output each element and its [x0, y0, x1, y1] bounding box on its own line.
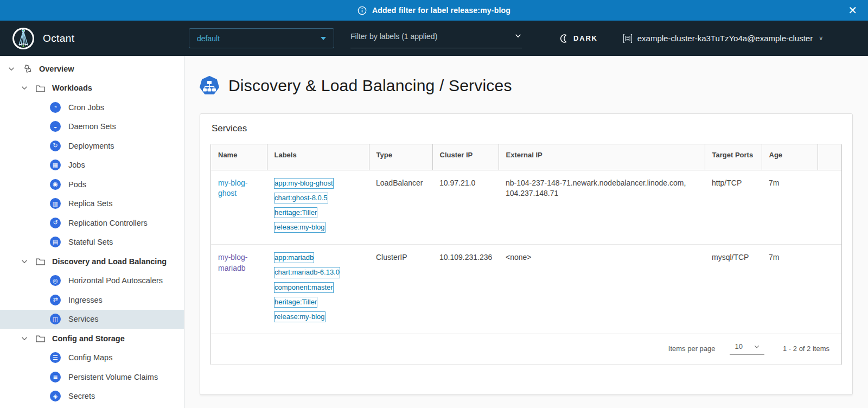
chevron-down-icon [754, 343, 760, 350]
table-row: my-blog-mariadbapp:mariadbchart:mariadb-… [211, 245, 841, 334]
overview-icon [22, 63, 33, 74]
items-per-page-label: Items per page [668, 345, 716, 353]
octant-app-window: Added filter for label release:my-blog ✕ [0, 0, 868, 408]
page-heading: Discovery & Load Balancing / Services [228, 76, 512, 95]
sidebar-item-daemon-sets[interactable]: ◒Daemon Sets [0, 117, 184, 137]
sidebar-item-horizontal-pod-autoscalers[interactable]: ◎Horizontal Pod Autoscalers [0, 271, 184, 291]
cell-age: 7m [762, 170, 818, 245]
cron-jobs-icon: ◔ [50, 102, 61, 113]
sidebar-item-replication-controllers[interactable]: ↺Replication Controllers [0, 213, 184, 233]
config-maps-icon: ☰ [50, 352, 61, 363]
persistent-volume-claims-icon: ≣ [50, 372, 61, 382]
chevron-down-icon[interactable] [8, 65, 15, 73]
sidebar-item-label: Discovery and Load Balancing [52, 257, 167, 266]
sidebar-item-label: Jobs [68, 161, 85, 169]
sidebar-item-workloads[interactable]: Workloads [0, 79, 184, 98]
label-chip[interactable]: release:my-blog [274, 222, 326, 233]
card-title: Services [212, 123, 842, 134]
services-table-body: my-blog-ghostapp:my-blog-ghostchart:ghos… [211, 170, 841, 334]
pods-icon: ◉ [50, 179, 61, 190]
service-link[interactable]: my-blog-ghost [218, 178, 247, 198]
caret-down-icon [321, 37, 326, 40]
services-datagrid: NameLabelsTypeCluster IPExternal IPTarge… [210, 144, 842, 365]
chevron-down-icon[interactable] [21, 335, 28, 342]
app-header: Octant default Filter by labels (1 appli… [0, 21, 868, 56]
chevron-down-icon: ∨ [819, 35, 823, 42]
namespace-dropdown[interactable]: default [189, 28, 334, 48]
label-chip[interactable]: heritage:Tiller [274, 207, 317, 218]
replica-sets-icon: ▥ [50, 198, 61, 209]
sidebar-item-label: Config Maps [68, 353, 112, 362]
sidebar-navigation: OverviewWorkloads◔Cron Jobs◒Daemon Sets↻… [0, 56, 184, 408]
cell-spacer [818, 245, 841, 334]
label-chip[interactable]: release:my-blog [274, 311, 326, 322]
label-chip[interactable]: chart:ghost-8.0.5 [274, 193, 328, 203]
folder-icon [35, 256, 46, 266]
sidebar-item-config-and-storage[interactable]: Config and Storage [0, 329, 184, 348]
label-chip[interactable]: chart:mariadb-6.13.0 [274, 267, 340, 278]
cell-target-ports: http/TCP [705, 170, 762, 245]
moon-icon [560, 34, 569, 43]
dark-label: DARK [573, 34, 598, 42]
items-per-page-value: 10 [735, 342, 743, 350]
sidebar-item-label: Daemon Sets [68, 122, 116, 131]
sidebar-item-config-maps[interactable]: ☰Config Maps [0, 348, 184, 368]
sidebar-item-label: Config and Storage [52, 334, 125, 343]
label-chip[interactable]: app:my-blog-ghost [274, 178, 334, 189]
stateful-sets-icon: ▤ [50, 237, 61, 247]
column-header-name: Name [211, 144, 267, 170]
sidebar-item-pods[interactable]: ◉Pods [0, 175, 184, 194]
label-filter-text: Filter by labels (1 applied) [350, 32, 437, 41]
cluster-dropdown[interactable]: example-cluster-ka3TuTzYo4a@example-clus… [623, 34, 823, 43]
items-per-page-select[interactable]: 10 [730, 342, 764, 355]
sidebar-item-discovery-and-load-balancing[interactable]: Discovery and Load Balancing [0, 252, 184, 271]
sidebar-item-label: Pods [68, 180, 86, 189]
sidebar-item-label: Stateful Sets [68, 238, 113, 246]
cell-type: ClusterIP [369, 245, 432, 334]
chevron-down-icon[interactable] [21, 84, 28, 92]
sidebar-item-label: Replica Sets [68, 199, 112, 208]
sidebar-item-label: Persistent Volume Claims [68, 373, 158, 381]
main-content: Discovery & Load Balancing / Services Se… [184, 56, 868, 408]
sidebar-item-jobs[interactable]: ▦Jobs [0, 156, 184, 175]
brand: Octant [0, 27, 189, 50]
sidebar-item-secrets[interactable]: ◈Secrets [0, 387, 184, 406]
label-chip[interactable]: heritage:Tiller [274, 297, 317, 308]
sidebar-item-label: Deployments [68, 142, 114, 150]
sidebar-item-deployments[interactable]: ↻Deployments [0, 136, 184, 156]
sidebar-item-services[interactable]: ◫Services [0, 310, 184, 329]
dark-theme-toggle[interactable]: DARK [557, 34, 601, 43]
sidebar-item-stateful-sets[interactable]: ▤Stateful Sets [0, 233, 184, 252]
sidebar-item-label: Ingresses [68, 296, 103, 304]
page-title: Discovery & Load Balancing / Services [200, 76, 853, 95]
label-chip[interactable]: component:master [274, 282, 334, 293]
table-footer: Items per page 10 1 - 2 of 2 items [211, 334, 841, 365]
service-link[interactable]: my-blog-mariadb [218, 253, 247, 272]
sidebar-item-overview[interactable]: Overview [0, 59, 184, 79]
cell-spacer [818, 170, 841, 245]
sidebar-item-label: Secrets [68, 392, 95, 400]
sidebar-item-ingresses[interactable]: ⇄Ingresses [0, 290, 184, 310]
column-header-age: Age [762, 144, 818, 170]
cluster-icon [623, 34, 633, 43]
secrets-icon: ◈ [50, 391, 61, 401]
services-card: Services NameLabelsTypeCluster IPExterna… [200, 113, 853, 395]
services-table: NameLabelsTypeCluster IPExternal IPTarge… [211, 144, 841, 334]
pagination-range-text: 1 - 2 of 2 items [783, 345, 829, 353]
deployments-icon: ↻ [50, 141, 61, 151]
label-chip[interactable]: app:mariadb [274, 252, 314, 263]
column-header-external-ip: External IP [499, 144, 705, 170]
label-filter-dropdown[interactable]: Filter by labels (1 applied) [350, 28, 522, 48]
close-icon[interactable]: ✕ [845, 4, 860, 17]
info-icon [358, 6, 367, 15]
chevron-down-icon[interactable] [21, 258, 28, 265]
sidebar-item-persistent-volume-claims[interactable]: ≣Persistent Volume Claims [0, 367, 184, 387]
sidebar-item-label: Workloads [52, 84, 92, 92]
column-header-labels: Labels [267, 144, 369, 170]
column-header-target-ports: Target Ports [705, 144, 762, 170]
daemon-sets-icon: ◒ [50, 121, 61, 132]
horizontal-pod-autoscalers-icon: ◎ [50, 275, 61, 286]
sidebar-item-replica-sets[interactable]: ▥Replica Sets [0, 194, 184, 214]
sidebar-item-cron-jobs[interactable]: ◔Cron Jobs [0, 98, 184, 117]
app-title: Octant [43, 33, 74, 44]
